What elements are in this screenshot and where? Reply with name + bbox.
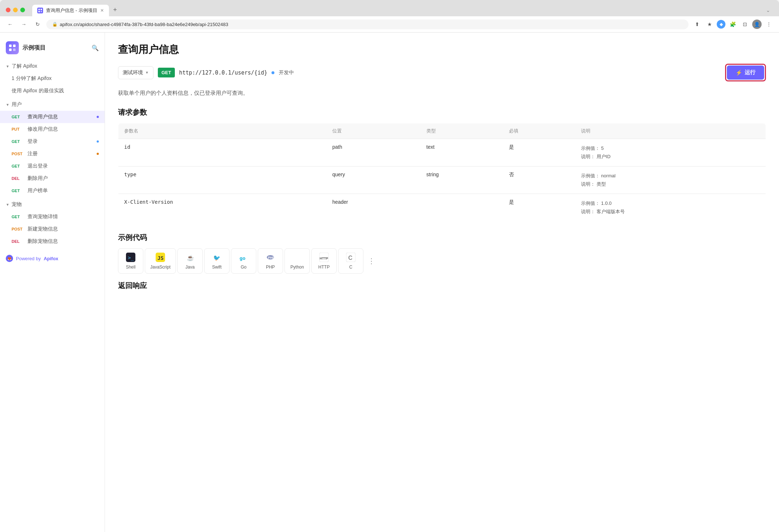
- code-tab-js[interactable]: JS JavaScript: [145, 248, 176, 274]
- sidebar-item-login-label: 登录: [28, 138, 38, 145]
- svg-text:>_: >_: [128, 255, 134, 261]
- svg-rect-6: [9, 48, 12, 51]
- traffic-light-maximize[interactable]: [20, 8, 25, 12]
- extension-button-2[interactable]: 🧩: [728, 19, 738, 29]
- code-tab-swift[interactable]: 🐦 Swift: [204, 248, 230, 274]
- param-type-id: text: [421, 139, 503, 166]
- blue-dot: [97, 140, 99, 143]
- sidebar-item-logout-label: 退出登录: [28, 163, 48, 169]
- code-tab-python[interactable]: 🐍 Python: [285, 248, 310, 274]
- sidebar-toggle[interactable]: ⊡: [740, 19, 750, 29]
- sidebar-item-logout[interactable]: GET 退出登录: [0, 160, 105, 172]
- return-section-title: 返回响应: [118, 281, 766, 291]
- desc-value: 用户ID: [597, 154, 611, 159]
- sidebar-item-intro[interactable]: 1 分钟了解 Apifox: [0, 72, 105, 85]
- param-location-type: query: [327, 166, 421, 194]
- sidebar-item-best-practices[interactable]: 使用 Apifox 的最佳实践: [0, 85, 105, 97]
- table-row: X-Client-Version header 是 示例值： 1.0.0 说明：…: [118, 194, 766, 221]
- code-tab-shell[interactable]: >_ Shell: [118, 248, 143, 274]
- sidebar-item-query-pet-label: 查询宠物详情: [28, 214, 58, 220]
- sidebar-item-login[interactable]: GET 登录: [0, 135, 105, 148]
- param-required-type: 否: [503, 166, 575, 194]
- table-row: id path text 是 示例值： 5 说明： 用户ID: [118, 139, 766, 166]
- shell-icon: >_: [126, 252, 136, 262]
- method-badge-get-pet: GET: [12, 215, 25, 219]
- app-container: 示例项目 🔍 ▼ 了解 Apifox 1 分钟了解 Apifox 使用 Apif…: [0, 33, 779, 532]
- browser-titlebar: 查询用户信息 - 示例项目 ✕ + ⌄: [0, 0, 779, 16]
- svg-text:🐦: 🐦: [213, 254, 220, 261]
- tab-menu-button[interactable]: ⌄: [765, 6, 773, 14]
- search-button[interactable]: 🔍: [92, 45, 99, 51]
- code-section-title: 示例代码: [118, 233, 766, 242]
- sidebar-item-delete-user[interactable]: DEL 删除用户: [0, 172, 105, 185]
- col-header-name: 参数名: [118, 123, 327, 139]
- traffic-light-minimize[interactable]: [13, 8, 18, 12]
- sidebar-item-leaderboard[interactable]: GET 用户榜单: [0, 185, 105, 197]
- api-description: 获取单个用户的个人资料信息，仅已登录用户可查询。: [118, 89, 766, 97]
- example-value-header: 1.0.0: [601, 200, 612, 206]
- sidebar-item-intro-label: 1 分钟了解 Apifox: [12, 75, 51, 82]
- sidebar-item-query-user[interactable]: GET 查询用户信息: [0, 111, 105, 123]
- go-icon: go: [239, 252, 249, 262]
- traffic-light-close[interactable]: [6, 8, 10, 12]
- java-icon: ☕: [185, 252, 195, 262]
- nav-group-users-label: 用户: [12, 101, 22, 108]
- run-button-wrapper: ⚡ 运行 ➜: [725, 64, 766, 81]
- active-tab[interactable]: 查询用户信息 - 示例项目 ✕: [32, 5, 109, 16]
- desc-value-type: 类型: [597, 181, 606, 187]
- reload-button[interactable]: ↻: [33, 19, 43, 29]
- bookmark-button[interactable]: ★: [704, 19, 715, 29]
- url-text: apifox.cn/apidoc/shared-c49874fa-387b-43…: [60, 22, 228, 27]
- param-note-type: 示例值： normal 说明： 类型: [581, 172, 760, 189]
- param-name-id: id: [124, 144, 130, 150]
- user-avatar[interactable]: 👤: [752, 20, 762, 29]
- share-button[interactable]: ⬆: [692, 19, 702, 29]
- nav-group-users[interactable]: ▼ 用户: [0, 98, 105, 111]
- code-tab-http[interactable]: HTTP HTTP: [311, 248, 337, 274]
- active-dot: [97, 116, 99, 118]
- env-selector[interactable]: 测试环境 ▼: [118, 66, 153, 79]
- example-value-type: normal: [601, 173, 616, 178]
- nav-section-users: ▼ 用户 GET 查询用户信息 PUT 修改用户信息 GET 登录 POST 注…: [0, 98, 105, 197]
- code-tab-go[interactable]: go Go: [231, 248, 256, 274]
- sidebar-item-create-pet-label: 新建宠物信息: [28, 226, 58, 232]
- svg-rect-7: [13, 48, 16, 51]
- nav-group-pets[interactable]: ▼ 宠物: [0, 198, 105, 211]
- param-location-header: header: [327, 194, 421, 221]
- run-button[interactable]: ⚡ 运行: [727, 66, 764, 80]
- sidebar-item-delete-pet[interactable]: DEL 删除宠物信息: [0, 235, 105, 248]
- col-header-location: 位置: [327, 123, 421, 139]
- code-tab-java[interactable]: ☕ Java: [177, 248, 203, 274]
- new-tab-button[interactable]: +: [109, 4, 122, 16]
- main-content: 查询用户信息 测试环境 ▼ GET http://127.0.0.1/users…: [105, 33, 779, 532]
- param-required-header: 是: [503, 194, 575, 221]
- desc-label-type: 说明：: [581, 181, 595, 187]
- svg-text:☕: ☕: [187, 254, 194, 261]
- sidebar-item-create-pet[interactable]: POST 新建宠物信息: [0, 223, 105, 235]
- code-tab-go-label: Go: [241, 265, 247, 270]
- code-tab-more[interactable]: ⋮: [365, 253, 378, 269]
- method-badge-get: GET: [12, 115, 25, 119]
- param-note-id: 示例值： 5 说明： 用户ID: [581, 144, 760, 161]
- sidebar-item-query-user-label: 查询用户信息: [28, 114, 58, 120]
- api-url-bar: 测试环境 ▼ GET http://127.0.0.1/users/{id} 开…: [118, 64, 766, 81]
- extension-button-1[interactable]: ◆: [717, 20, 725, 29]
- sidebar-item-register[interactable]: POST 注册: [0, 148, 105, 160]
- method-badge-post: POST: [12, 152, 25, 156]
- traffic-lights: [6, 8, 25, 12]
- param-name-header: X-Client-Version: [124, 199, 173, 205]
- desc-label-header: 说明：: [581, 209, 595, 214]
- tab-title: 查询用户信息 - 示例项目: [46, 7, 97, 14]
- forward-button[interactable]: →: [19, 19, 29, 29]
- nav-group-apifox[interactable]: ▼ 了解 Apifox: [0, 60, 105, 72]
- tab-close-button[interactable]: ✕: [100, 8, 104, 13]
- sidebar-item-query-pet[interactable]: GET 查询宠物详情: [0, 211, 105, 223]
- back-button[interactable]: ←: [5, 19, 15, 29]
- svg-rect-2: [38, 11, 40, 12]
- code-tab-c[interactable]: C C: [338, 248, 363, 274]
- sidebar-item-update-user[interactable]: PUT 修改用户信息: [0, 123, 105, 135]
- chrome-menu-button[interactable]: ⋮: [764, 19, 774, 29]
- http-icon: HTTP: [319, 252, 329, 262]
- address-bar[interactable]: 🔒 apifox.cn/apidoc/shared-c49874fa-387b-…: [46, 20, 689, 29]
- code-tab-php[interactable]: PHP PHP: [258, 248, 283, 274]
